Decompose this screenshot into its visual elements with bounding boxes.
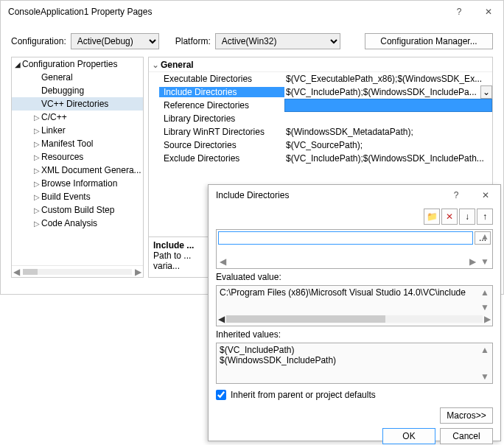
tree-item[interactable]: ▷Code Analysis (12, 217, 143, 230)
help-button[interactable]: ? (444, 1, 474, 23)
tree-root[interactable]: ◢ Configuration Properties (12, 57, 143, 71)
edit-option[interactable] (284, 99, 492, 112)
property-row[interactable]: Reference Directories (159, 99, 492, 112)
tree-item[interactable]: ▷Resources (12, 150, 143, 164)
property-row[interactable]: Library WinRT Directories$(WindowsSDK_Me… (159, 125, 492, 139)
ok-button[interactable]: OK (382, 428, 435, 444)
platform-select[interactable]: Active(Win32) (215, 33, 340, 49)
property-row[interactable]: Executable Directories$(VC_ExecutablePat… (159, 72, 492, 85)
close-button[interactable]: ✕ (474, 1, 503, 23)
subdialog-toolbar: 📁 ✕ ↓ ↑ (216, 209, 493, 226)
dropdown-button[interactable]: ⌄ (480, 85, 492, 99)
chevron-right-icon: ▷ (34, 167, 41, 175)
tree-item[interactable]: Debugging (12, 84, 143, 97)
property-value: $(VC_ExecutablePath_x86);$(WindowsSDK_Ex… (284, 74, 492, 84)
titlebar: ConsoleApplication1 Property Pages ? ✕ (1, 1, 503, 23)
property-value: $(WindowsSDK_MetadataPath); (284, 127, 492, 137)
dialog-title: ConsoleApplication1 Property Pages (8, 7, 444, 17)
tree-item[interactable]: ▷Custom Build Step (12, 203, 143, 217)
chevron-right-icon: ▷ (34, 140, 41, 148)
move-down-button[interactable]: ↓ (459, 209, 475, 225)
arrow-down-icon: ↓ (465, 211, 469, 222)
property-name: Library Directories (159, 113, 284, 124)
configuration-label: Configuration: (11, 36, 66, 46)
tree-item[interactable]: General (12, 71, 143, 84)
property-row[interactable]: Exclude Directories$(VC_IncludePath);$(W… (159, 152, 492, 165)
move-up-button[interactable]: ↑ (477, 209, 493, 225)
inherit-row: Inherit from parent or project defaults (216, 387, 493, 403)
tree-item[interactable]: ▷Manifest Tool (12, 137, 143, 150)
property-name: Source Directories (159, 140, 284, 150)
property-value: $(VC_IncludePath);$(WindowsSDK_IncludePa… (284, 153, 492, 164)
chevron-right-icon: ▷ (34, 193, 41, 201)
arrow-up-icon: ↑ (483, 211, 487, 222)
close-icon: ✕ (482, 190, 489, 200)
inh-vscroll[interactable]: ▲▼ (479, 345, 491, 382)
chevron-right-icon: ▷ (34, 127, 41, 135)
macros-button[interactable]: Macros>> (440, 407, 493, 424)
property-name: Include Directories (159, 87, 284, 97)
inherited-label: Inherited values: (216, 329, 493, 340)
chevron-down-icon: ◢ (15, 60, 22, 69)
new-line-button[interactable]: 📁 (424, 209, 440, 225)
chevron-right-icon: ▷ (34, 153, 41, 161)
evaluated-value: C:\Program Files (x86)\Microsoft Visual … (220, 287, 489, 298)
paths-hscroll[interactable]: ◀▶ (220, 256, 476, 267)
tree-item[interactable]: ▷XML Document Genera... (12, 164, 143, 177)
platform-label: Platform: (175, 36, 211, 46)
include-directories-dialog: Include Directories ? ✕ 📁 ✕ ↓ ↑ ... ◀▶ ▲… (208, 184, 501, 441)
tree-item[interactable]: VC++ Directories (12, 97, 143, 111)
subdialog-titlebar: Include Directories ? ✕ (209, 185, 500, 206)
group-header[interactable]: ⌄ General (149, 57, 492, 72)
chevron-down-icon: ⌄ (483, 87, 490, 97)
property-row[interactable]: Include Directories$(VC_IncludePath);$(W… (159, 85, 492, 99)
inherited-value: $(WindowsSDK_IncludePath) (220, 355, 476, 365)
path-input[interactable] (218, 231, 473, 245)
property-row[interactable]: Library Directories (159, 112, 492, 125)
tree-item[interactable]: ▷Build Events (12, 190, 143, 203)
tree-horizontal-scrollbar[interactable]: ◀▶ (12, 265, 143, 277)
eval-hscroll[interactable]: ◀▶ (218, 314, 491, 324)
help-icon: ? (457, 7, 462, 17)
subdialog-title: Include Directories (216, 190, 441, 200)
chevron-down-icon: ⌄ (150, 60, 161, 70)
config-row: Configuration: Active(Debug) Platform: A… (1, 23, 503, 57)
evaluated-value-box: C:\Program Files (x86)\Microsoft Visual … (216, 285, 493, 326)
chevron-right-icon: ▷ (34, 180, 41, 188)
evaluated-label: Evaluated value: (216, 272, 493, 282)
cancel-button[interactable]: Cancel (440, 428, 493, 444)
config-tree: ◢ Configuration Properties GeneralDebugg… (11, 57, 144, 278)
property-name: Library WinRT Directories (159, 127, 284, 137)
property-value: $(VC_SourcePath); (284, 140, 492, 150)
close-icon: ✕ (485, 7, 492, 17)
help-icon: ? (454, 190, 459, 200)
property-name: Exclude Directories (159, 153, 284, 164)
tree-item[interactable]: ▷Browse Information (12, 177, 143, 190)
config-manager-button[interactable]: Configuration Manager... (365, 33, 493, 49)
chevron-right-icon: ▷ (34, 206, 41, 214)
chevron-right-icon: ▷ (34, 220, 41, 228)
tree-item[interactable]: ▷Linker (12, 124, 143, 137)
paths-list: ... ◀▶ ▲▼ (216, 229, 493, 269)
subdialog-close-button[interactable]: ✕ (471, 184, 500, 206)
property-row[interactable]: Source Directories$(VC_SourcePath); (159, 139, 492, 152)
tree-item[interactable]: ▷C/C++ (12, 111, 143, 124)
subdialog-help-button[interactable]: ? (441, 184, 471, 206)
delete-icon: ✕ (446, 211, 453, 222)
configuration-select[interactable]: Active(Debug) (71, 33, 159, 49)
chevron-right-icon: ▷ (34, 113, 41, 122)
inherited-value: $(VC_IncludePath) (220, 345, 476, 355)
property-value: $(VC_IncludePath);$(WindowsSDK_IncludePa… (284, 87, 480, 97)
new-folder-icon: 📁 (427, 211, 438, 222)
delete-line-button[interactable]: ✕ (441, 209, 458, 225)
paths-vscroll[interactable]: ▲▼ (479, 231, 491, 267)
property-name: Executable Directories (159, 74, 284, 84)
inherit-label: Inherit from parent or project defaults (231, 390, 376, 400)
inherited-values-box: $(VC_IncludePath)$(WindowsSDK_IncludePat… (216, 343, 493, 384)
inherit-checkbox[interactable] (216, 390, 226, 400)
property-name: Reference Directories (159, 100, 284, 111)
eval-vscroll[interactable]: ▲▼ (479, 287, 491, 312)
